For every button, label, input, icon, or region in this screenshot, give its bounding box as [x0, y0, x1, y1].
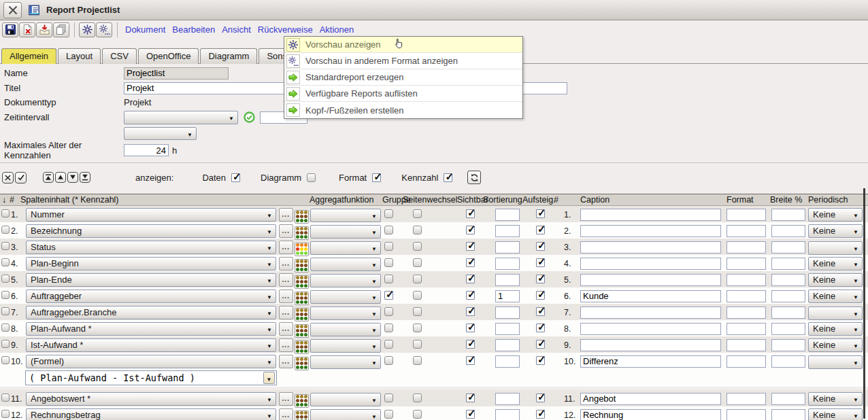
- sortierung-input[interactable]: [495, 209, 520, 221]
- color-grid-button[interactable]: [295, 324, 309, 338]
- sichtbar-checkbox[interactable]: [466, 307, 475, 316]
- delete-button[interactable]: [19, 22, 35, 37]
- sichtbar-checkbox[interactable]: [466, 258, 475, 267]
- breite-input[interactable]: [771, 225, 805, 237]
- menu-dokument[interactable]: Dokument: [125, 24, 165, 35]
- caption-input[interactable]: [580, 290, 721, 302]
- seitenwechsel-checkbox[interactable]: [413, 242, 422, 251]
- sortierung-input[interactable]: [495, 409, 520, 420]
- format-input[interactable]: [727, 409, 766, 420]
- gruppe-checkbox[interactable]: [384, 258, 393, 267]
- sortierung-input[interactable]: [495, 241, 520, 253]
- caption-input[interactable]: [580, 258, 721, 270]
- column-content-select[interactable]: Plan-Ende: [26, 273, 276, 287]
- gruppe-checkbox[interactable]: [384, 226, 393, 234]
- aufsteigend-checkbox[interactable]: [536, 258, 545, 267]
- column-options-button[interactable]: [279, 290, 293, 303]
- breite-input[interactable]: [771, 339, 805, 351]
- format-input[interactable]: [727, 339, 766, 351]
- periodisch-select[interactable]: [808, 355, 863, 369]
- column-content-select[interactable]: Ist-Aufwand *: [26, 338, 276, 352]
- seitenwechsel-checkbox[interactable]: [413, 410, 422, 419]
- breite-input[interactable]: [771, 209, 805, 221]
- gruppe-checkbox[interactable]: [384, 291, 393, 300]
- sichtbar-checkbox[interactable]: [466, 356, 475, 365]
- daten-checkbox[interactable]: [231, 173, 240, 182]
- menu-item-kopf-fusszeilen[interactable]: Kopf-/Fußzeilen erstellen: [284, 102, 522, 118]
- periodisch-select[interactable]: Keine: [808, 224, 863, 238]
- column-options-button[interactable]: [279, 338, 293, 352]
- format-input[interactable]: [727, 323, 766, 335]
- caption-input[interactable]: [580, 339, 721, 351]
- gruppe-checkbox[interactable]: [384, 340, 393, 349]
- menu-aktionen[interactable]: Aktionen: [320, 24, 354, 35]
- gruppe-checkbox[interactable]: [384, 209, 393, 218]
- max-alter-input[interactable]: [124, 144, 169, 156]
- menu-rueckverweise[interactable]: Rückverweise: [258, 24, 313, 35]
- sortierung-input[interactable]: [495, 393, 520, 405]
- sichtbar-checkbox[interactable]: [466, 275, 475, 283]
- row-select-checkbox[interactable]: [1, 323, 10, 332]
- caption-input[interactable]: [580, 209, 721, 221]
- seitenwechsel-checkbox[interactable]: [413, 393, 422, 402]
- periodisch-select[interactable]: [808, 241, 863, 255]
- deselect-all-button[interactable]: [2, 172, 14, 183]
- preview-button[interactable]: [79, 22, 95, 37]
- sortierung-input[interactable]: [495, 355, 520, 368]
- format-input[interactable]: [727, 307, 766, 319]
- column-options-button[interactable]: [279, 392, 293, 406]
- gruppe-checkbox[interactable]: [384, 410, 393, 419]
- sortierung-input[interactable]: [495, 225, 520, 237]
- aufsteigend-checkbox[interactable]: [536, 291, 545, 300]
- zeitintervall-sub-select[interactable]: [124, 127, 197, 140]
- name-input[interactable]: [124, 67, 229, 80]
- aufsteigend-checkbox[interactable]: [536, 340, 545, 349]
- menu-item-reports-auflisten[interactable]: Verfügbare Reports auflisten: [284, 86, 522, 102]
- format-input[interactable]: [727, 393, 766, 405]
- preview-format-button[interactable]: [96, 22, 112, 37]
- row-select-checkbox[interactable]: [1, 307, 10, 315]
- row-select-checkbox[interactable]: [1, 275, 10, 283]
- column-options-button[interactable]: [279, 306, 293, 319]
- color-grid-button[interactable]: [295, 226, 309, 240]
- format-input[interactable]: [727, 258, 766, 270]
- breite-input[interactable]: [771, 307, 805, 319]
- color-grid-button[interactable]: [295, 210, 309, 224]
- gruppe-checkbox[interactable]: [384, 242, 393, 251]
- caption-input[interactable]: [580, 409, 721, 420]
- periodisch-select[interactable]: Keine: [808, 257, 863, 270]
- aufsteigend-checkbox[interactable]: [536, 393, 545, 402]
- menu-bearbeiten[interactable]: Bearbeiten: [172, 24, 215, 35]
- periodisch-select[interactable]: Keine: [808, 408, 863, 420]
- sortierung-input[interactable]: [495, 274, 520, 286]
- gruppe-checkbox[interactable]: [384, 323, 393, 332]
- seitenwechsel-checkbox[interactable]: [413, 258, 422, 267]
- aufsteigend-checkbox[interactable]: [536, 410, 545, 419]
- aufsteigend-checkbox[interactable]: [536, 226, 545, 234]
- aufsteigend-checkbox[interactable]: [536, 209, 545, 218]
- tab-allgemein[interactable]: Allgemein: [1, 48, 56, 64]
- breite-input[interactable]: [771, 274, 805, 286]
- seitenwechsel-checkbox[interactable]: [413, 209, 422, 218]
- formula-dropdown-button[interactable]: [263, 372, 275, 384]
- column-options-button[interactable]: [279, 408, 293, 420]
- row-select-checkbox[interactable]: [1, 291, 10, 299]
- menu-item-vorschau-anzeigen[interactable]: Vorschau anzeigen: [284, 37, 522, 53]
- color-grid-button[interactable]: [295, 308, 309, 321]
- periodisch-select[interactable]: Keine: [808, 290, 863, 303]
- column-content-select[interactable]: Auftraggeber.Branche: [26, 306, 276, 319]
- sortierung-input[interactable]: [495, 258, 520, 270]
- aggregat-select[interactable]: [310, 209, 381, 222]
- sichtbar-checkbox[interactable]: [466, 242, 475, 251]
- diagramm-checkbox[interactable]: [307, 173, 316, 182]
- move-up-button[interactable]: [55, 172, 66, 183]
- seitenwechsel-checkbox[interactable]: [413, 340, 422, 349]
- tab-layout[interactable]: Layout: [58, 48, 101, 64]
- seitenwechsel-checkbox[interactable]: [413, 291, 422, 300]
- format-input[interactable]: [727, 290, 766, 302]
- move-down-button[interactable]: [67, 172, 78, 183]
- caption-input[interactable]: [580, 355, 721, 368]
- move-top-button[interactable]: [43, 172, 54, 183]
- color-grid-button[interactable]: [295, 340, 309, 354]
- breite-input[interactable]: [771, 241, 805, 253]
